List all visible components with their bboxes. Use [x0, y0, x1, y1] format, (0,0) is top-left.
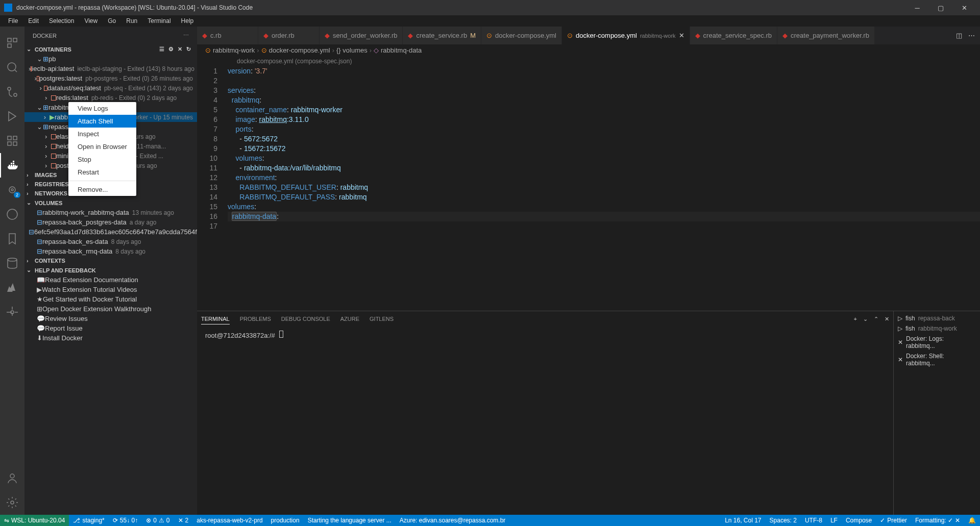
editor-tab[interactable]: ◆create_service_spec.rb [690, 27, 777, 44]
schema-hint[interactable]: docker-compose.yml (compose-spec.json) [228, 57, 980, 66]
context-menu-item[interactable]: View Logs [68, 102, 136, 115]
terminal-list-item[interactable]: ▷fish rabbitmq-work [894, 323, 980, 334]
panel-tab-problems[interactable]: PROBLEMS [240, 314, 271, 324]
section-volumes[interactable]: ⌄VOLUMES [24, 198, 197, 208]
status-azure[interactable]: Azure: edivan.soares@repassa.com.br [396, 515, 510, 526]
activity-bookmarks[interactable] [0, 227, 24, 251]
status-prettier[interactable]: ✓Prettier [876, 517, 911, 524]
editor-tab[interactable]: ⊙docker-compose.yml [481, 27, 562, 44]
editor-tab[interactable]: ◆c.rb [197, 27, 258, 44]
status-encoding[interactable]: UTF-8 [801, 517, 826, 524]
context-menu-item[interactable]: Restart [68, 166, 136, 179]
status-position[interactable]: Ln 16, Col 17 [721, 517, 765, 524]
container-group[interactable]: ⌄⊞ pb [24, 54, 197, 64]
terminal-list-item[interactable]: ✕Docker: Shell: rabbitmq... [894, 351, 980, 368]
editor-tab[interactable]: ◆create_service.rb M [403, 27, 481, 44]
status-info[interactable]: ✕2 [174, 515, 193, 526]
volume-item[interactable]: ⊟ repassa-back_es-data8 days ago [24, 237, 197, 246]
editor[interactable]: 1234567891011121314151617 docker-compose… [197, 56, 980, 311]
help-item[interactable]: 📖 Read Extension Documentation [24, 275, 197, 285]
menu-selection[interactable]: Selection [45, 16, 78, 26]
chevron-down-icon[interactable]: ⌄ [863, 316, 868, 322]
minimize-button[interactable]: ─ [905, 0, 929, 15]
section-help[interactable]: ⌄HELP AND FEEDBACK [24, 265, 197, 275]
breadcrumb[interactable]: ⊙ rabbitmq-work › ⊙ docker-compose.yml ›… [197, 44, 980, 56]
plus-icon[interactable]: + [854, 316, 857, 322]
context-menu-item[interactable]: Inspect [68, 128, 136, 140]
menu-view[interactable]: View [80, 16, 102, 26]
menu-terminal[interactable]: Terminal [143, 16, 175, 26]
status-env[interactable]: production [267, 515, 304, 526]
split-icon[interactable]: ◫ [956, 32, 962, 39]
activity-settings[interactable] [0, 490, 24, 515]
terminal[interactable]: root@712d2433872a:/# [197, 327, 893, 515]
volume-item[interactable]: ⊟ repassa-back_rmq-data8 days ago [24, 246, 197, 256]
context-menu-item[interactable]: Remove... [68, 183, 136, 196]
close-button[interactable]: ✕ [952, 0, 976, 15]
container-item[interactable]: › redis:latestpb-redis - Exited (0) 2 da… [24, 93, 197, 103]
editor-tab[interactable]: ◆order.rb [258, 27, 320, 44]
status-bell[interactable]: 🔔 [964, 517, 980, 524]
status-lang[interactable]: Compose [842, 517, 876, 524]
more-icon[interactable]: ⋯ [183, 32, 189, 39]
container-item[interactable]: › datalust/seq:latestpb-seq - Exited (14… [24, 83, 197, 93]
activity-debug[interactable] [0, 104, 24, 129]
status-k8s[interactable]: aks-repassa-web-v2-prd [192, 515, 266, 526]
help-item[interactable]: ⊞ Open Docker Extension Walkthrough [24, 304, 197, 314]
activity-azure[interactable] [0, 275, 24, 300]
menu-help[interactable]: Help [177, 16, 198, 26]
panel-tab-debug[interactable]: DEBUG CONSOLE [281, 314, 330, 324]
panel-tab-terminal[interactable]: TERMINAL [201, 314, 230, 324]
maximize-button[interactable]: ▢ [929, 0, 952, 15]
status-formatting[interactable]: Formatting: ✓✕ [911, 517, 964, 524]
volume-item[interactable]: ⊟ rabbitmq-work_rabbitmq-data13 minutes … [24, 208, 197, 217]
chevron-up-icon[interactable]: ⌃ [874, 316, 878, 322]
status-sync[interactable]: ⟳55↓ 0↑ [109, 515, 142, 526]
volume-item[interactable]: ⊟ 6efc5ef93aa1d7d833b61aec605c6647be7a9c… [24, 227, 197, 237]
help-item[interactable]: 💬 Report Issue [24, 323, 197, 333]
refresh-icon[interactable]: ↻ [186, 46, 191, 53]
status-eol[interactable]: LF [826, 517, 842, 524]
activity-db[interactable] [0, 251, 24, 275]
status-spaces[interactable]: Spaces: 2 [766, 517, 801, 524]
help-item[interactable]: 💬 Review Issues [24, 314, 197, 323]
section-containers[interactable]: ⌄ CONTAINERS ☰ ⚙ ✕ ↻ [24, 44, 197, 54]
trash-icon[interactable]: ✕ [178, 46, 182, 53]
panel-tab-azure[interactable]: AZURE [340, 314, 359, 324]
container-item[interactable]: › ieclb-api:latestieclb-api-staging - Ex… [24, 64, 197, 73]
status-lsp[interactable]: Starting the language server ... [304, 515, 396, 526]
status-remote[interactable]: ⇋WSL: Ubuntu-20.04 [0, 515, 69, 526]
activity-k8s[interactable] [0, 300, 24, 324]
section-contexts[interactable]: ›CONTEXTS [24, 256, 197, 265]
activity-remote[interactable]: 2 [0, 178, 24, 202]
gear-icon[interactable]: ⚙ [168, 46, 174, 53]
context-menu-item[interactable]: Stop [68, 153, 136, 166]
menu-edit[interactable]: Edit [24, 16, 43, 26]
activity-extensions[interactable] [0, 129, 24, 153]
activity-scm[interactable] [0, 80, 24, 104]
minimap[interactable] [934, 56, 980, 158]
editor-tab[interactable]: ⊙docker-compose.yml rabbitmq-work✕ [562, 27, 690, 44]
help-item[interactable]: ⬇ Install Docker [24, 333, 197, 343]
status-branch[interactable]: ⎇staging* [69, 515, 108, 526]
editor-tab[interactable]: ◆create_payment_worker.rb [777, 27, 875, 44]
editor-tab[interactable]: ◆send_order_worker.rb [320, 27, 403, 44]
activity-accounts[interactable] [0, 466, 24, 490]
terminal-list-item[interactable]: ▷fish repassa-back [894, 313, 980, 323]
menu-file[interactable]: File [4, 16, 22, 26]
context-menu-item[interactable]: Attach Shell [68, 115, 136, 128]
panel-tab-gitlens[interactable]: GITLENS [370, 314, 394, 324]
list-icon[interactable]: ☰ [159, 46, 164, 53]
help-item[interactable]: ▶ Watch Extension Tutorial Videos [24, 285, 197, 294]
close-icon[interactable]: ✕ [885, 316, 889, 322]
menu-go[interactable]: Go [104, 16, 120, 26]
container-item[interactable]: › postgres:latestpb-postgres - Exited (0… [24, 73, 197, 83]
status-errors[interactable]: ⊗0 ⚠0 [142, 515, 174, 526]
activity-docker[interactable] [0, 153, 24, 178]
menu-run[interactable]: Run [122, 16, 141, 26]
help-item[interactable]: ★ Get Started with Docker Tutorial [24, 294, 197, 304]
activity-testing[interactable] [0, 202, 24, 227]
volume-item[interactable]: ⊟ repassa-back_postgres-dataa day ago [24, 217, 197, 227]
activity-explorer[interactable] [0, 31, 24, 55]
more-icon[interactable]: ⋯ [968, 32, 975, 39]
